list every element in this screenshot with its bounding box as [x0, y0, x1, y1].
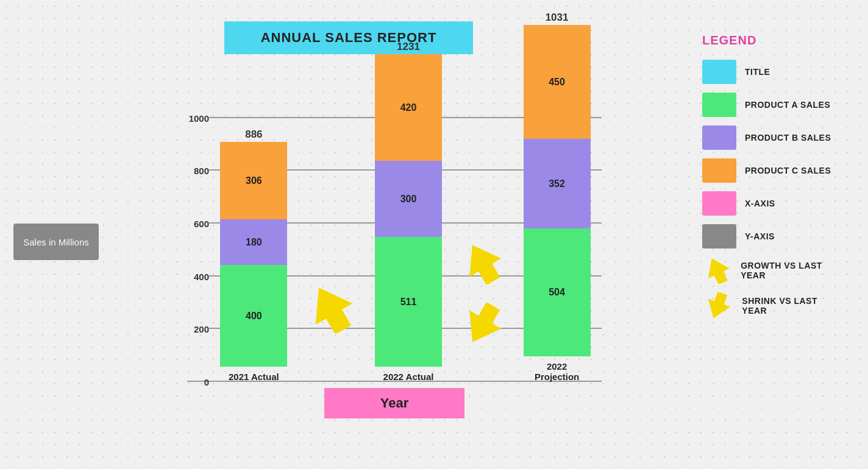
y-tick-1000: 1000	[187, 113, 209, 123]
arrow-group-middle	[464, 65, 501, 382]
y-tick-600: 600	[187, 219, 209, 229]
legend-label-shrink: SHRINK VS LAST YEAR	[742, 296, 836, 316]
legend-label-a: PRODUCT A SALES	[745, 100, 830, 110]
bar-segment-2022a-a: 511	[375, 237, 442, 367]
arrow-up-1	[310, 65, 352, 382]
legend-item-product-b: PRODUCT B SALES	[702, 125, 836, 150]
legend: LEGEND TITLE PRODUCT A SALES PRODUCT B S…	[684, 21, 855, 331]
x-axis-title-container: Year	[105, 388, 684, 418]
main-container: ANNUAL SALES REPORT Sales in Millions 0 …	[13, 9, 855, 460]
legend-arrow-up-icon	[702, 257, 732, 284]
y-tick-0: 0	[187, 377, 209, 387]
bar-total-2022p: 1031	[546, 12, 569, 24]
legend-item-title: TITLE	[702, 60, 836, 84]
x-axis-label: Year	[324, 388, 464, 418]
bar-segment-2022a-b: 300	[375, 161, 442, 237]
legend-label-growth: GROWTH VS LAST YEAR	[741, 261, 836, 280]
legend-item-product-a: PRODUCT A SALES	[702, 93, 836, 117]
svg-marker-3	[704, 257, 731, 284]
bar-total-2022a: 1231	[397, 41, 420, 53]
chart-body: Sales in Millions 0 200 400	[13, 65, 684, 418]
chart-area: ANNUAL SALES REPORT Sales in Millions 0 …	[13, 21, 684, 418]
bar-segment-2021-c: 306	[220, 142, 287, 220]
legend-color-xaxis	[702, 191, 736, 216]
legend-label-title: TITLE	[745, 67, 770, 77]
legend-label-b: PRODUCT B SALES	[745, 133, 831, 143]
bar-label-2022p: 2022 Projection	[524, 361, 591, 382]
legend-label-xaxis: X-AXIS	[745, 199, 775, 208]
y-tick-200: 200	[187, 324, 209, 334]
bars-row: 886 400 180 306 2021 Actual	[209, 65, 602, 382]
legend-label-c: PRODUCT C SALES	[745, 166, 831, 175]
bar-segment-2022p-b: 352	[524, 139, 591, 228]
bar-stack-2021: 400 180 306	[220, 142, 287, 367]
bar-stack-2022a: 511 300 420	[375, 54, 442, 367]
legend-item-shrink: SHRINK VS LAST YEAR	[702, 292, 836, 319]
legend-color-title	[702, 60, 736, 84]
bar-group-2021: 886 400 180 306 2021 Actual	[220, 129, 287, 382]
svg-marker-4	[705, 292, 731, 319]
legend-item-xaxis: X-AXIS	[702, 191, 836, 216]
y-tick-400: 400	[187, 271, 209, 281]
bar-segment-2022p-c: 450	[524, 25, 591, 139]
y-axis-label: Sales in Millions	[13, 224, 99, 260]
bar-group-2022p: 1031 504 352 450 2022 Projection	[524, 12, 591, 382]
bar-segment-2021-a: 400	[220, 265, 287, 367]
bar-segment-2022p-a: 504	[524, 228, 591, 356]
legend-label-yaxis: Y-AXIS	[745, 231, 775, 241]
legend-color-c	[702, 158, 736, 183]
legend-item-product-c: PRODUCT C SALES	[702, 158, 836, 183]
bar-group-2022a: 1231 511 300 420 2022 Actual	[375, 41, 442, 382]
legend-arrow-down-icon	[702, 292, 733, 319]
legend-color-yaxis	[702, 224, 736, 249]
bar-total-2021: 886	[245, 129, 262, 141]
chart-content: 0 200 400 600 800	[105, 65, 684, 418]
legend-item-growth: GROWTH VS LAST YEAR	[702, 257, 836, 284]
svg-marker-2	[464, 303, 501, 345]
svg-marker-0	[310, 284, 352, 333]
y-tick-800: 800	[187, 166, 209, 176]
bar-label-2021: 2021 Actual	[229, 372, 279, 382]
legend-color-b	[702, 125, 736, 150]
bar-stack-2022p: 504 352 450	[524, 25, 591, 356]
legend-item-yaxis: Y-AXIS	[702, 224, 836, 249]
legend-title: LEGEND	[702, 34, 836, 48]
bar-label-2022a: 2022 Actual	[383, 372, 434, 382]
legend-color-a	[702, 93, 736, 117]
bar-segment-2021-b: 180	[220, 219, 287, 265]
svg-marker-1	[464, 242, 501, 284]
bar-segment-2022a-c: 420	[375, 54, 442, 161]
